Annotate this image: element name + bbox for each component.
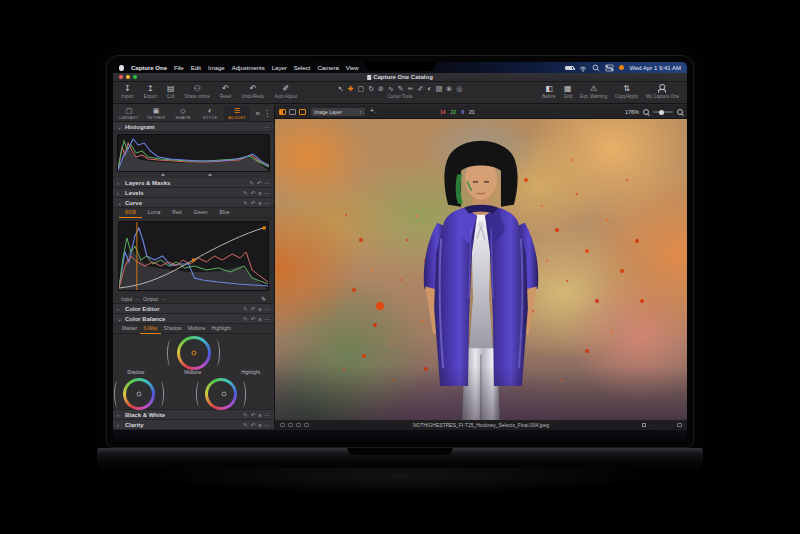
panel-black-white-header[interactable]: › Black & White ✎ ↶ ≡ ⋯ [113, 410, 274, 420]
midtone-saturation-arc[interactable] [167, 340, 174, 366]
exposure-warning-button[interactable]: ⚠ Exp. Warning [576, 82, 611, 99]
panel-reset-icon[interactable]: ↶ [251, 304, 256, 314]
cb-tab-highlight[interactable]: Highlight [208, 324, 233, 333]
single-view-icon[interactable] [289, 109, 296, 115]
title-bar[interactable]: Capture One Catalog [113, 73, 687, 82]
multi-view-icon[interactable] [279, 109, 286, 115]
histogram-markers[interactable] [119, 173, 268, 177]
panel-color-editor-header[interactable]: › Color Editor ✎ ↶ ≡ ⋯ [113, 304, 274, 314]
panel-more-icon[interactable]: ⋯ [265, 410, 271, 420]
panel-presets-icon[interactable]: ≡ [258, 304, 261, 314]
cursor-tool-radial-gradient-icon[interactable]: ▨ [436, 84, 443, 93]
panel-pen-icon[interactable]: ✎ [243, 188, 248, 198]
menu-adjustments[interactable]: Adjustments [232, 65, 265, 71]
curve-tab-red[interactable]: Red [166, 208, 187, 217]
midtone-color-wheel[interactable] [177, 336, 211, 370]
panel-clarity-header[interactable]: › Clarity ✎ ↶ ≡ ⋯ [113, 420, 274, 430]
undo-redo-button[interactable]: ↶ Undo/Redo [238, 82, 269, 99]
fit-magnifier-icon[interactable] [677, 109, 683, 115]
cursor-tool-clone-icon[interactable]: ✎ [398, 84, 404, 93]
layer-select[interactable]: Image Layer ⇕ [311, 108, 365, 116]
tab-adjust[interactable]: ☰ ADJUST [224, 106, 250, 121]
menu-clock[interactable]: Wed Apr 1 9:41 AM [629, 65, 681, 71]
photo-canvas[interactable] [275, 119, 687, 420]
cursor-tool-linear-gradient-icon[interactable]: ◐ [427, 84, 431, 93]
panel-pen-icon[interactable]: ✎ [243, 304, 248, 314]
wifi-icon[interactable] [579, 64, 587, 72]
panel-histogram-header[interactable]: ⌄ Histogram ⋯ [113, 122, 274, 132]
panel-curve-header[interactable]: ⌄ Curve ✎ ↶ ≡ ⋯ [113, 198, 274, 208]
menu-file[interactable]: File [174, 65, 184, 71]
tab-shape[interactable]: ◇ SHAPE [170, 106, 196, 121]
panel-reset-icon[interactable]: ↶ [251, 314, 256, 324]
zoom-level[interactable]: 176% [625, 109, 639, 115]
curve-tab-green[interactable]: Green [188, 208, 214, 217]
auto-adjust-button[interactable]: ✐ Auto Adjust [270, 82, 301, 99]
panel-layers-masks-header[interactable]: › Layers & Masks ✎ ↶ ⋯ [113, 178, 274, 188]
cursor-tool-magic-brush-icon[interactable]: ⊗ [446, 84, 452, 93]
zoom-window-button[interactable] [133, 75, 137, 79]
shadow-lightness-arc[interactable] [157, 381, 164, 407]
panel-presets-icon[interactable]: ≡ [258, 410, 261, 420]
panel-more-icon[interactable]: ⋯ [265, 178, 271, 188]
curve-tab-blue[interactable]: Blue [213, 208, 235, 217]
grid-button[interactable]: ▦ Grid [560, 82, 577, 99]
curve-tab-rgb[interactable]: RGB [119, 208, 142, 218]
tab-options-icon[interactable]: ⋮ [263, 109, 271, 118]
tab-tether[interactable]: ▣ TETHER [143, 106, 169, 121]
panel-presets-icon[interactable]: ≡ [258, 314, 261, 324]
panel-pen-icon[interactable]: ✎ [243, 410, 248, 420]
add-layer-button[interactable]: +⌄ [370, 107, 377, 114]
curve-tab-luma[interactable]: Luma [142, 208, 167, 217]
color-tag-icon[interactable] [642, 423, 646, 427]
star-rating[interactable]: · · · · · [648, 422, 675, 428]
cursor-tool-pan-icon[interactable]: ✚ [348, 84, 354, 93]
highlight-lightness-arc[interactable] [239, 381, 246, 407]
panel-reset-icon[interactable]: ↶ [257, 178, 262, 188]
reset-button[interactable]: ↶ Reset [216, 82, 236, 99]
menu-edit[interactable]: Edit [191, 65, 201, 71]
highlight-color-wheel[interactable] [205, 378, 237, 410]
menu-select[interactable]: Select [294, 65, 311, 71]
zoom-magnifier-icon[interactable] [643, 109, 649, 115]
panel-more-icon[interactable]: ⋯ [265, 314, 271, 324]
cursor-tool-crop-icon[interactable]: ▢ [358, 84, 365, 93]
panel-pen-icon[interactable]: ✎ [249, 178, 254, 188]
panel-more-icon[interactable]: ⋯ [265, 122, 271, 132]
cursor-tool-zoom-icon[interactable]: ◎ [456, 84, 462, 93]
battery-icon[interactable] [565, 66, 574, 70]
panel-pen-icon[interactable]: ✎ [243, 314, 248, 324]
before-button[interactable]: ◧ Before [538, 82, 559, 99]
zoom-slider[interactable] [653, 111, 673, 113]
cursor-tool-rotate-icon[interactable]: ↻ [368, 84, 374, 93]
control-center-icon[interactable] [605, 64, 614, 72]
apple-menu-icon[interactable] [119, 65, 124, 71]
my-capture-one-button[interactable]: My Capture One [642, 82, 683, 99]
share-online-button[interactable]: ⚇ Share online [181, 82, 214, 99]
import-button[interactable]: ↧ Import [117, 82, 138, 99]
cb-tab-master[interactable]: Master [119, 324, 140, 333]
viewer-option-icon[interactable] [296, 423, 301, 427]
cb-tab-midtone[interactable]: Midtone [185, 324, 209, 333]
cursor-tool-draw-mask-icon[interactable]: ✏ [408, 84, 414, 93]
menu-view[interactable]: View [346, 65, 359, 71]
menu-camera[interactable]: Camera [317, 65, 338, 71]
panel-levels-header[interactable]: › Levels ✎ ↶ ≡ ⋯ [113, 188, 274, 198]
panel-presets-icon[interactable]: ≡ [258, 420, 261, 430]
midtone-lightness-arc[interactable] [213, 340, 220, 366]
cb-tab-shadow[interactable]: Shadow [161, 324, 185, 333]
copy-apply-button[interactable]: ⇅ Copy/Apply [611, 82, 642, 99]
highlight-saturation-arc[interactable] [196, 381, 203, 407]
panel-more-icon[interactable]: ⋯ [265, 304, 271, 314]
capture-one-status-icon[interactable] [619, 65, 624, 70]
curve-graph[interactable] [118, 221, 269, 291]
cb-tab-3way[interactable]: 3-Way [140, 324, 160, 334]
curve-picker-icon[interactable]: ✎ [261, 295, 266, 302]
tab-library[interactable]: ▢ LIBRARY [116, 106, 142, 121]
export-button[interactable]: ↥ Export [140, 82, 161, 99]
close-window-button[interactable] [119, 75, 123, 79]
panel-color-balance-header[interactable]: ⌄ Color Balance ✎ ↶ ≡ ⋯ [113, 314, 274, 324]
viewer-option-icon[interactable] [280, 423, 285, 427]
panel-pen-icon[interactable]: ✎ [243, 198, 248, 208]
proof-view-icon[interactable] [299, 109, 306, 115]
